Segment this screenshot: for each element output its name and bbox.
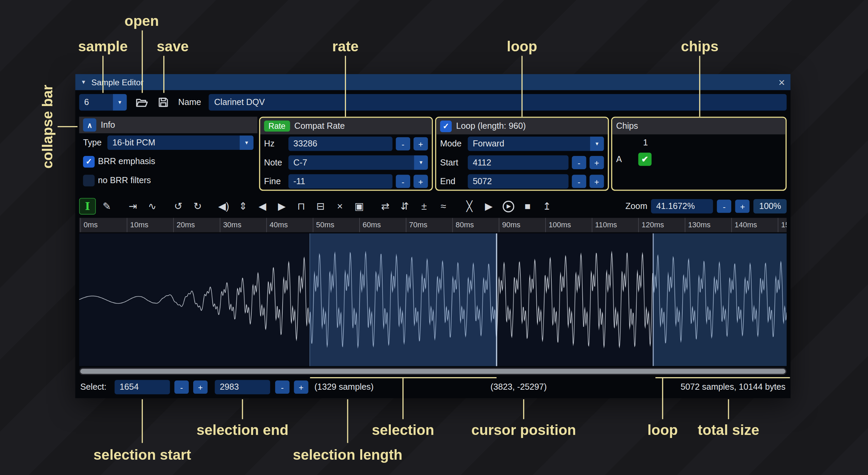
- zoom-reset-button[interactable]: 100%: [754, 199, 787, 213]
- zoom-label: Zoom: [625, 201, 647, 211]
- loop-enable-checkbox[interactable]: ✓: [440, 120, 452, 132]
- chips-panel-title: Chips: [616, 121, 638, 131]
- fine-input[interactable]: -11: [288, 174, 393, 189]
- trim-icon: ▣: [354, 201, 364, 211]
- undo-button[interactable]: ↺: [170, 198, 187, 215]
- selection-end-minus-button[interactable]: -: [275, 381, 289, 394]
- import-button[interactable]: ↥: [539, 198, 555, 215]
- ruler-tick: 140ms: [731, 218, 757, 232]
- chevron-down-icon[interactable]: ▼: [414, 155, 428, 170]
- loop-start-input[interactable]: 4112: [468, 155, 568, 170]
- window-collapse-icon[interactable]: ▼: [81, 79, 86, 85]
- ruler-tick: 30ms: [220, 218, 241, 232]
- save-button[interactable]: [155, 94, 172, 111]
- collapse-bar-button[interactable]: ∧: [83, 118, 96, 131]
- apply-silence-icon: ⊟: [316, 201, 325, 211]
- sample-editor-window: ▼ Sample Editor × 6 ▼ Name Clarinet DQV: [75, 74, 790, 398]
- rate-badge: Rate: [264, 121, 290, 132]
- annotation-total-size: total size: [698, 422, 759, 439]
- normalize-button[interactable]: ⇕: [235, 198, 251, 215]
- no-brr-filters-label: no BRR filters: [98, 175, 151, 185]
- invert-button[interactable]: ⇵: [396, 198, 413, 215]
- annotation-collapse-bar: collapse bar: [39, 85, 56, 169]
- sample-type-select[interactable]: 16-bit PCM ▼: [107, 136, 254, 150]
- loop-end-minus-button[interactable]: -: [572, 175, 586, 188]
- ruler-tick: 20ms: [173, 218, 195, 232]
- selection-start-plus-button[interactable]: +: [193, 381, 207, 394]
- note-select[interactable]: C-7 ▼: [288, 155, 428, 170]
- amplify-icon: ◀): [218, 201, 229, 211]
- fade-out-button[interactable]: ▶: [273, 198, 290, 215]
- chevron-down-icon[interactable]: ▼: [113, 94, 127, 111]
- loop-end-input[interactable]: 5072: [468, 174, 568, 189]
- apply-silence-button[interactable]: ⊟: [312, 198, 329, 215]
- amplify-button[interactable]: ◀): [215, 198, 232, 215]
- fine-plus-button[interactable]: +: [414, 175, 428, 188]
- trim-button[interactable]: ▣: [351, 198, 368, 215]
- delete-icon: ×: [337, 201, 343, 211]
- selection-length-text: (1329 samples): [314, 378, 373, 396]
- annotation-selection: selection: [372, 422, 434, 439]
- annotation-loop-top: loop: [507, 38, 537, 55]
- selection-region[interactable]: [310, 233, 497, 366]
- selection-start-minus-button[interactable]: -: [174, 381, 189, 394]
- sample-number-value: 6: [79, 94, 113, 111]
- open-button[interactable]: [133, 94, 150, 111]
- filter-button[interactable]: ≈: [435, 198, 452, 215]
- scrollbar-thumb[interactable]: [80, 369, 785, 374]
- loop-end-plus-button[interactable]: +: [589, 175, 604, 188]
- draw-pencil-button[interactable]: ✎: [99, 198, 115, 215]
- sign-invert-button[interactable]: ±: [416, 198, 432, 215]
- redo-button[interactable]: ↻: [189, 198, 206, 215]
- resize-button[interactable]: ⇥: [124, 198, 141, 215]
- insert-silence-icon: ⊓: [297, 201, 305, 211]
- sign-invert-icon: ±: [421, 201, 427, 211]
- selection-end-plus-button[interactable]: +: [294, 381, 308, 394]
- loop-start-plus-button[interactable]: +: [589, 156, 604, 169]
- zoom-plus-button[interactable]: +: [735, 200, 750, 213]
- note-value: C-7: [288, 155, 414, 170]
- selection-start-input[interactable]: 1654: [115, 380, 170, 394]
- loop-region[interactable]: [653, 233, 787, 366]
- zoom-input[interactable]: 41.1672%: [651, 199, 713, 213]
- ruler-tick: 10ms: [127, 218, 148, 232]
- resample-button[interactable]: ∿: [144, 198, 161, 215]
- resample-icon: ∿: [148, 201, 156, 211]
- hz-minus-button[interactable]: -: [396, 137, 410, 151]
- close-button[interactable]: ×: [779, 76, 785, 88]
- loop-mode-select[interactable]: Forward ▼: [468, 137, 604, 151]
- insert-silence-button[interactable]: ⊓: [293, 198, 310, 215]
- stop-icon: ■: [524, 201, 531, 211]
- loop-panel: ✓ Loop (length: 960) Mode Forward ▼ Star…: [435, 117, 609, 191]
- rate-panel: Rate Compat Rate Hz 33286 - + Note C-7 ▼: [259, 117, 433, 191]
- stop-button[interactable]: ■: [519, 198, 536, 215]
- hz-input[interactable]: 33286: [288, 137, 393, 151]
- loop-start-minus-button[interactable]: -: [572, 156, 586, 169]
- window-titlebar[interactable]: ▼ Sample Editor ×: [75, 74, 790, 90]
- waveform-display[interactable]: [79, 233, 787, 366]
- undo-icon: ↺: [174, 201, 183, 211]
- loop-panel-title: Loop (length: 960): [456, 121, 526, 131]
- play-position-button[interactable]: ▶: [500, 198, 517, 215]
- brr-emphasis-checkbox[interactable]: ✓: [83, 156, 95, 167]
- edit-select-button[interactable]: I: [79, 198, 96, 215]
- zoom-minus-button[interactable]: -: [717, 200, 731, 213]
- chevron-down-icon[interactable]: ▼: [590, 137, 604, 151]
- hz-plus-button[interactable]: +: [414, 137, 428, 151]
- annotation-line-selection-end: [242, 399, 243, 419]
- crossfade-button[interactable]: ╳: [461, 198, 478, 215]
- fade-in-button[interactable]: ◀: [254, 198, 271, 215]
- chevron-down-icon[interactable]: ▼: [240, 136, 254, 150]
- sample-name-input[interactable]: Clarinet DQV: [209, 94, 787, 111]
- selection-end-input[interactable]: 2983: [215, 380, 270, 394]
- ruler-tick: 80ms: [452, 218, 474, 232]
- reverse-button[interactable]: ⇄: [377, 198, 394, 215]
- waveform-scrollbar[interactable]: [79, 368, 787, 375]
- sample-number-select[interactable]: 6 ▼: [79, 94, 127, 111]
- fine-minus-button[interactable]: -: [396, 175, 410, 188]
- preview-button[interactable]: ▶: [481, 198, 497, 215]
- annotation-open: open: [124, 13, 159, 30]
- delete-button[interactable]: ×: [332, 198, 348, 215]
- chip-enable-checkbox[interactable]: ✔: [638, 153, 652, 166]
- no-brr-filters-checkbox[interactable]: [83, 174, 95, 186]
